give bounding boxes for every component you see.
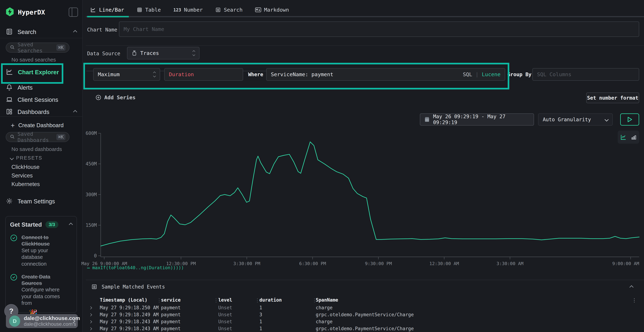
gear-icon: [6, 198, 13, 205]
divider: [86, 46, 644, 46]
tab-markdown[interactable]: Markdown: [255, 4, 289, 16]
where-input[interactable]: ServiceName: payment SQL | Lucene: [266, 68, 505, 81]
cell-duration: 1: [260, 326, 262, 331]
tab-label: Line/Bar: [99, 7, 124, 13]
sample-events-header[interactable]: Sample Matched Events: [91, 284, 165, 290]
column-header-timestamp-local-[interactable]: Timestamp (Local): [100, 297, 148, 303]
preset-item-kubernetes[interactable]: Kubernetes: [12, 181, 40, 188]
cell-timestamp-local-: May 27 9:29:18.249 AM: [100, 312, 159, 317]
group-by-input[interactable]: SQL Columns: [532, 68, 639, 81]
event-row[interactable]: May 27 9:29:18.243 AMpaymentUnset1charge: [86, 319, 640, 326]
run-query-button[interactable]: [620, 114, 639, 126]
bar-chart-toggle-icon[interactable]: [631, 134, 637, 140]
get-started-header[interactable]: Get Started 3/3: [10, 221, 72, 228]
tab-label: Search: [224, 7, 242, 13]
get-started-card: Get Started 3/3 Connect to ClickHouseSet…: [5, 216, 77, 313]
cell-timestamp-local-: May 27 9:29:18.243 AM: [100, 326, 159, 331]
preset-item-services[interactable]: Services: [12, 172, 33, 179]
column-header-spanname[interactable]: SpanName: [316, 297, 338, 303]
x-axis-tick-label: 9:30:00 PM: [365, 261, 392, 266]
get-started-item[interactable]: Connect to ClickHouseSet up your databas…: [10, 234, 72, 268]
cell-timestamp-local-: May 27 9:29:18.250 AM: [100, 305, 159, 310]
no-saved-dashboards-text: No saved dashboards: [12, 146, 62, 152]
column-resize-handle[interactable]: ⋮: [312, 297, 317, 303]
tab-table[interactable]: Table: [137, 4, 161, 16]
data-source-value: Traces: [140, 50, 159, 56]
x-axis-tick-label: 12:30:00 AM: [429, 261, 459, 266]
get-started-item[interactable]: Create Data SourcesConfigure where your …: [10, 274, 72, 307]
add-series-button[interactable]: Add Series: [95, 94, 136, 100]
column-resize-handle[interactable]: ⋮: [214, 297, 218, 303]
granularity-select[interactable]: Auto Granularity: [538, 114, 613, 126]
updown-chevron-icon: [193, 50, 195, 56]
list-icon: [215, 7, 221, 13]
saved-dashboards-input[interactable]: Saved Dashboards ⌘K: [6, 132, 70, 142]
tab-number[interactable]: 123Number: [173, 4, 203, 16]
tab-search[interactable]: Search: [215, 4, 242, 16]
chart-name-input[interactable]: My Chart Name: [119, 22, 639, 37]
play-icon: [627, 117, 632, 122]
sidebar-item-dashboards[interactable]: Dashboards: [0, 105, 82, 119]
lucene-toggle[interactable]: Lucene: [482, 71, 500, 78]
preset-item-clickhouse[interactable]: ClickHouse: [12, 164, 40, 170]
chevron-up-icon[interactable]: [69, 222, 73, 227]
no-saved-searches-text: No saved searches: [12, 57, 56, 63]
table-menu-icon[interactable]: ⋮: [632, 297, 637, 303]
field-select[interactable]: Duration: [164, 68, 243, 81]
date-range-input[interactable]: May 26 09:29:19 - May 27 09:29:19: [420, 114, 534, 126]
brand-title: HyperDX: [18, 8, 45, 16]
chevron-up-icon[interactable]: [73, 110, 77, 114]
sidebar-item-chart-explorer[interactable]: Chart Explorer: [0, 66, 82, 79]
search-section-label: Search: [18, 28, 36, 36]
sidebar-item-alerts[interactable]: Alerts: [0, 81, 82, 94]
expand-row-icon[interactable]: [90, 306, 92, 310]
add-series-label: Add Series: [104, 94, 136, 100]
chevron-up-icon[interactable]: [73, 30, 77, 34]
updown-chevron-icon: [154, 72, 156, 77]
aggregation-select[interactable]: Maximum: [93, 68, 160, 81]
search-icon: [10, 44, 15, 50]
sidebar-collapse-icon[interactable]: [69, 8, 78, 17]
app-root: HyperDX Search Saved Searches ⌘K No save…: [0, 0, 644, 332]
plus-circle-icon: [95, 94, 102, 100]
calendar-icon: [424, 117, 430, 122]
sidebar-section-search[interactable]: Search: [0, 26, 82, 38]
sidebar-item-team-settings[interactable]: Team Settings: [0, 194, 82, 208]
cell-service: payment: [161, 326, 181, 331]
tab-label: Table: [145, 7, 161, 13]
column-resize-handle[interactable]: ⋮: [157, 297, 162, 303]
saved-searches-input[interactable]: Saved Searches ⌘K: [6, 42, 70, 52]
sidebar-item-client-sessions[interactable]: Client Sessions: [0, 93, 82, 106]
data-source-select[interactable]: Traces: [127, 47, 200, 60]
column-resize-handle[interactable]: ⋮: [255, 297, 260, 303]
cell-spanname: charge: [316, 319, 332, 324]
column-header-duration[interactable]: duration: [260, 297, 282, 303]
event-row[interactable]: May 27 9:29:18.249 AMpaymentUnset3grpc.o…: [86, 312, 640, 319]
sql-toggle[interactable]: SQL: [463, 71, 472, 78]
expand-row-icon[interactable]: [90, 314, 92, 316]
x-axis-tick-label: 3:30:00 AM: [496, 261, 524, 266]
event-row[interactable]: May 27 9:29:18.243 AMpaymentUnset1grpc.o…: [86, 326, 640, 332]
x-axis-tick-label: 9:00:00 AM: [612, 261, 639, 266]
cell-timestamp-local-: May 27 9:29:18.243 AM: [100, 319, 159, 324]
event-row[interactable]: May 27 9:29:18.250 AMpaymentUnset1charge: [86, 305, 640, 312]
chart-type-tabs: Line/BarTable123NumberSearchMarkdown: [86, 4, 644, 16]
column-header-service[interactable]: service: [161, 297, 181, 303]
chart-name-placeholder: My Chart Name: [124, 26, 164, 32]
tab-line-bar[interactable]: Line/Bar: [90, 4, 124, 16]
collapse-panel-button[interactable]: [630, 286, 633, 290]
user-menu[interactable]: D dale@clickhouse.com dale@clickhouse.co…: [6, 314, 78, 328]
expand-row-icon[interactable]: [90, 327, 92, 330]
presets-toggle[interactable]: PRESETS: [10, 155, 42, 161]
column-header-level[interactable]: level: [218, 297, 232, 303]
get-started-item-subtitle: Set up your database connection: [22, 247, 68, 268]
line-chart-toggle-icon[interactable]: [620, 134, 627, 140]
set-number-format-button[interactable]: Set number format: [586, 92, 639, 103]
sidebar-item-label: Team Settings: [18, 198, 55, 205]
sidebar-item-label: Chart Explorer: [18, 69, 59, 76]
expand-row-icon[interactable]: [90, 320, 92, 324]
create-dashboard-button[interactable]: + Create Dashboard: [0, 120, 82, 131]
user-org: dale@clickhouse.com's: [24, 321, 72, 327]
date-range-value: May 26 09:29:19 - May 27 09:29:19: [433, 114, 529, 126]
get-started-items: Connect to ClickHouseSet up your databas…: [10, 234, 72, 313]
